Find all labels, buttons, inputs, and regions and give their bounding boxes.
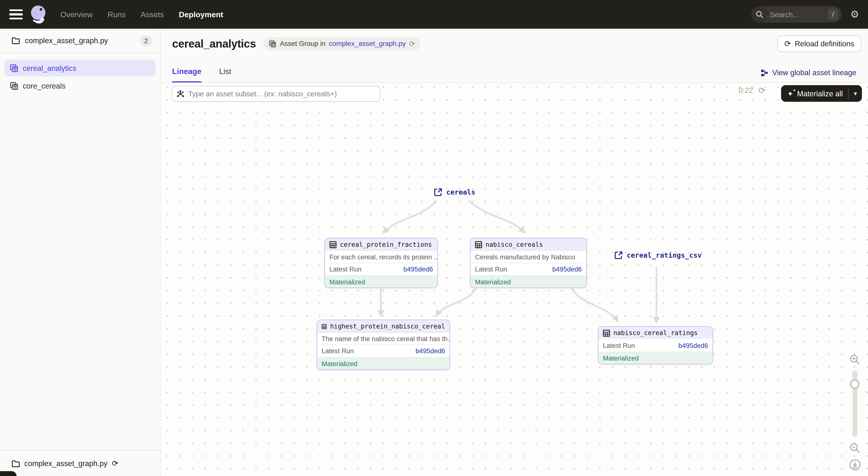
sidebar-item-label: core_cereals [23, 81, 65, 90]
sidebar-item-core-cereals[interactable]: core_cereals [4, 77, 155, 94]
source-asset-cereal-ratings-csv[interactable]: cereal_ratings_csv [615, 251, 702, 259]
chip-prefix-text: Asset Group in [280, 40, 326, 47]
materialize-dropdown-caret[interactable]: ▾ [849, 85, 862, 102]
folder-icon [12, 37, 20, 44]
chip-code-location-link[interactable]: complex_asset_graph.py [329, 40, 406, 47]
refresh-icon[interactable]: ⟳ [758, 87, 766, 95]
zoom-slider[interactable] [852, 370, 857, 437]
tab-lineage[interactable]: Lineage [172, 67, 202, 82]
asset-group-icon [269, 40, 277, 47]
toast-corner [0, 471, 17, 476]
view-tabs: Lineage List View global asset lineage [160, 59, 868, 83]
primary-nav: Overview Runs Assets Deployment [60, 10, 223, 19]
zoom-in-icon[interactable] [849, 354, 861, 365]
sidebar-footer: complex_asset_graph.py ⟳ [0, 450, 160, 476]
top-nav-bar: Overview Runs Assets Deployment / ⚙ [0, 0, 868, 29]
code-location-name: complex_asset_graph.py [25, 36, 140, 45]
table-icon [329, 241, 337, 248]
main-pane: cereal_analytics Asset Group in complex_… [160, 29, 868, 476]
external-link-icon [434, 188, 442, 196]
latest-run-link[interactable]: b495ded6 [415, 347, 445, 355]
asset-subset-input[interactable] [184, 90, 375, 98]
table-icon [603, 329, 610, 337]
zoom-controls [848, 354, 861, 471]
materialize-all-button[interactable]: ✦✦ Materialize all ▾ [781, 85, 862, 102]
app-window: Overview Runs Assets Deployment / ⚙ comp… [0, 0, 868, 476]
materialized-status-badge: Materialized [470, 275, 586, 287]
asset-description: The name of the nabisco cereal that has … [317, 332, 450, 344]
sidebar-item-cereal-analytics[interactable]: cereal_analytics [4, 60, 155, 76]
tab-list[interactable]: List [219, 67, 231, 82]
refresh-icon: ⟳ [784, 40, 791, 47]
reload-location-icon[interactable]: ⟳ [112, 460, 119, 467]
asset-node-nabisco-cereals[interactable]: nabisco_cereals Cereals manufactured by … [470, 238, 587, 288]
latest-run-link[interactable]: b495ded6 [552, 265, 582, 273]
latest-run-label: Latest Run [603, 341, 635, 349]
footer-code-location-name: complex_asset_graph.py [24, 459, 107, 468]
table-icon [475, 241, 482, 248]
asset-node-nabisco-cereal-ratings[interactable]: nabisco_cereal_ratings Latest Run b495de… [598, 326, 713, 364]
lineage-graph-icon [761, 69, 768, 77]
search-icon [751, 6, 768, 23]
dagster-logo[interactable] [28, 4, 49, 25]
asset-group-chip: Asset Group in complex_asset_graph.py ⟳ [264, 37, 421, 50]
latest-run-label: Latest Run [475, 265, 507, 273]
nav-item-assets[interactable]: Assets [141, 10, 164, 19]
search-input[interactable] [768, 10, 828, 19]
hamburger-menu-icon[interactable] [9, 9, 23, 20]
latest-run-label: Latest Run [329, 265, 361, 273]
search-shortcut-key: / [828, 9, 838, 20]
zoom-slider-handle[interactable] [850, 379, 860, 389]
asset-description: For each cereal, records its protein ... [325, 250, 437, 263]
zoom-out-icon[interactable] [849, 442, 861, 453]
asset-group-icon [10, 64, 18, 72]
gear-icon[interactable]: ⚙ [850, 9, 859, 20]
latest-run-link[interactable]: b495ded6 [403, 265, 433, 273]
refresh-timer: 0:22 [739, 87, 753, 95]
nav-item-deployment[interactable]: Deployment [179, 10, 223, 19]
source-asset-label: cereals [446, 188, 475, 196]
sparkle-icon: ✦✦ [787, 90, 793, 97]
reload-definitions-button[interactable]: ⟳ Reload definitions [777, 35, 862, 52]
asset-group-count-badge: 2 [140, 35, 152, 46]
asset-name: highest_protein_nabisco_cereal [330, 322, 445, 330]
sidebar: complex_asset_graph.py 2 cereal_analytic… [0, 29, 160, 476]
nav-item-runs[interactable]: Runs [107, 10, 126, 19]
folder-icon [12, 460, 20, 467]
materialized-status-badge: Materialized [325, 275, 437, 287]
asset-name: nabisco_cereals [486, 241, 543, 248]
table-icon [321, 323, 327, 330]
op-selector-icon [177, 90, 184, 98]
external-link-icon [615, 251, 623, 259]
latest-run-link[interactable]: b495ded6 [679, 341, 708, 349]
asset-description: Cereals manufactured by Nabisco [470, 250, 586, 263]
asset-node-cereal-protein-fractions[interactable]: cereal_protein_fractions For each cereal… [324, 238, 438, 288]
source-asset-cereals[interactable]: cereals [434, 188, 475, 196]
asset-node-highest-protein-nabisco-cereal[interactable]: highest_protein_nabisco_cereal The name … [317, 319, 450, 370]
materialized-status-badge: Materialized [317, 357, 450, 369]
pane-header: cereal_analytics Asset Group in complex_… [160, 29, 868, 83]
asset-group-icon [10, 81, 18, 90]
chip-refresh-icon[interactable]: ⟳ [409, 39, 415, 48]
page-title: cereal_analytics [172, 37, 256, 50]
materialized-status-badge: Materialized [598, 352, 713, 364]
asset-name: cereal_protein_fractions [340, 241, 432, 248]
asset-name: nabisco_cereal_ratings [614, 329, 698, 337]
global-search[interactable]: / [751, 6, 841, 23]
nav-item-overview[interactable]: Overview [60, 10, 93, 19]
view-global-asset-lineage-link[interactable]: View global asset lineage [761, 69, 857, 82]
source-asset-label: cereal_ratings_csv [627, 251, 702, 259]
asset-subset-filter[interactable] [172, 86, 380, 102]
latest-run-label: Latest Run [321, 347, 353, 355]
sidebar-code-location[interactable]: complex_asset_graph.py 2 [0, 29, 160, 53]
sidebar-item-label: cereal_analytics [23, 64, 76, 72]
download-image-icon[interactable] [849, 459, 861, 471]
